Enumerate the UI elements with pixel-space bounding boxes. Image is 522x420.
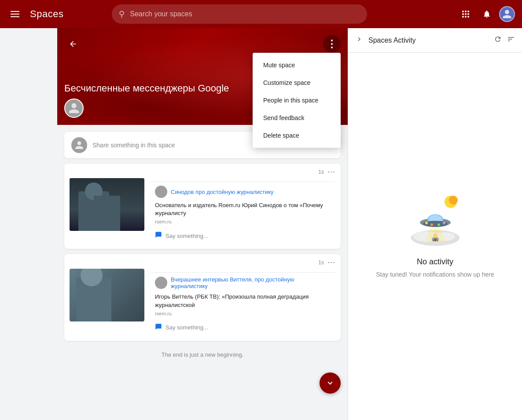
post-link-url-1[interactable]: roem.ru (155, 219, 330, 224)
post-meta-2: 1s ··· (64, 254, 341, 269)
svg-point-5 (467, 13, 469, 15)
right-sidebar: Spaces Activity (348, 28, 522, 420)
sender-avatar-1 (155, 186, 167, 198)
top-nav: Spaces ⚲ (0, 0, 522, 28)
svg-point-9 (331, 40, 333, 41)
app-title: Spaces (30, 8, 63, 20)
empty-illustration (404, 194, 466, 247)
space-avatar (64, 99, 84, 118)
user-avatar[interactable] (499, 6, 515, 22)
svg-point-4 (465, 13, 467, 15)
post-text-area-2: Вчерашнее интервью Виттеля, про достойну… (150, 269, 335, 335)
post-card-2: 1s ··· Вчерашнее интервью Виттеля, про д… (64, 254, 341, 340)
reply-placeholder-1[interactable]: Say something... (165, 233, 208, 239)
svg-point-7 (465, 16, 467, 18)
svg-point-25 (437, 223, 440, 226)
post-card: 1s ··· Синодов про достойн (64, 164, 341, 249)
more-options-button[interactable] (323, 35, 341, 53)
svg-point-11 (331, 47, 333, 48)
empty-title: No activity (417, 257, 453, 267)
post-more-button[interactable]: ··· (327, 167, 335, 176)
svg-point-0 (462, 11, 464, 12)
post-link-title-2: Игорь Виттель (РБК ТВ): «Произошла полна… (155, 293, 330, 309)
post-text-area: Синодов про достойную журналистику Основ… (150, 178, 335, 244)
reply-icon-2 (155, 323, 162, 332)
search-input[interactable] (130, 10, 360, 18)
dropdown-item-customize[interactable]: Customize space (253, 74, 341, 91)
dropdown-item-delete[interactable]: Delete space (253, 127, 341, 144)
search-bar[interactable]: ⚲ (112, 4, 367, 24)
notifications-icon[interactable] (478, 5, 496, 23)
post-thumbnail-1 (70, 178, 144, 231)
footer-text: The end is just a new beginning. (162, 351, 243, 358)
reply-row-2[interactable]: Say something... (150, 320, 335, 336)
sidebar-refresh-button[interactable] (494, 35, 502, 45)
svg-point-28 (433, 234, 437, 238)
svg-point-26 (443, 222, 445, 224)
feed-footer: The end is just a new beginning. (64, 346, 341, 363)
search-icon: ⚲ (119, 9, 125, 19)
post-meta: 1s ··· (64, 164, 341, 178)
main-layout: Бесчисленные мессенджеры Google INVITE V… (0, 28, 522, 420)
svg-point-10 (331, 43, 333, 45)
post-message-text-2: Вчерашнее интервью Виттеля, про достойну… (171, 276, 330, 289)
feed-area[interactable]: Share something in this space (57, 125, 348, 420)
compose-avatar (71, 137, 87, 153)
back-button[interactable] (64, 35, 82, 53)
post-message-row: Синодов про достойную журналистику (150, 182, 335, 201)
post-thumbnail-2 (70, 269, 144, 321)
dropdown-item-mute[interactable]: Mute space (253, 56, 341, 74)
dropdown-item-feedback[interactable]: Send feedback (253, 109, 341, 127)
empty-subtitle: Stay tuned! Your notifications show up h… (376, 270, 494, 279)
post-content: Синодов про достойную журналистику Основ… (64, 178, 341, 249)
reply-icon-1 (155, 231, 162, 240)
apps-icon[interactable] (457, 5, 474, 23)
post-link-url-2[interactable]: roem.ru (155, 311, 330, 316)
sidebar-empty-state: No activity Stay tuned! Your notificatio… (348, 53, 522, 420)
post-more-button-2[interactable]: ··· (327, 258, 335, 267)
left-sidebar (0, 28, 57, 420)
post-message-row-2: Вчерашнее интервью Виттеля, про достойну… (150, 272, 335, 293)
scroll-to-bottom-button[interactable] (320, 373, 341, 394)
post-time: 1s (318, 169, 324, 175)
sidebar-title: Spaces Activity (368, 37, 489, 44)
sender-avatar-2 (155, 277, 167, 289)
sidebar-filter-button[interactable] (507, 35, 515, 45)
reply-row-1[interactable]: Say something... (150, 228, 335, 244)
sidebar-header: Spaces Activity (348, 28, 522, 53)
post-content-2: Вчерашнее интервью Виттеля, про достойну… (64, 269, 341, 340)
post-link-title-1: Основатель и издатель Roem.ru Юрий Синод… (155, 201, 330, 217)
post-time-2: 1s (318, 259, 324, 266)
nav-right (457, 5, 515, 23)
hamburger-menu[interactable] (7, 7, 23, 21)
svg-point-2 (467, 11, 469, 12)
dropdown-menu: Mute space Customize space People in thi… (253, 53, 341, 148)
svg-point-13 (449, 196, 458, 205)
post-message-text-1: Синодов про достойную журналистику (171, 189, 274, 195)
space-avatar-image (64, 99, 84, 118)
svg-point-23 (425, 222, 428, 224)
reply-placeholder-2[interactable]: Say something... (165, 324, 208, 331)
svg-point-6 (462, 16, 464, 18)
sidebar-expand-button[interactable] (355, 35, 363, 45)
center-content: Бесчисленные мессенджеры Google INVITE V… (57, 28, 348, 420)
svg-point-24 (430, 223, 433, 226)
dropdown-item-people[interactable]: People in this space (253, 91, 341, 109)
svg-point-1 (465, 11, 467, 12)
svg-point-8 (467, 16, 469, 18)
svg-point-3 (462, 13, 464, 15)
